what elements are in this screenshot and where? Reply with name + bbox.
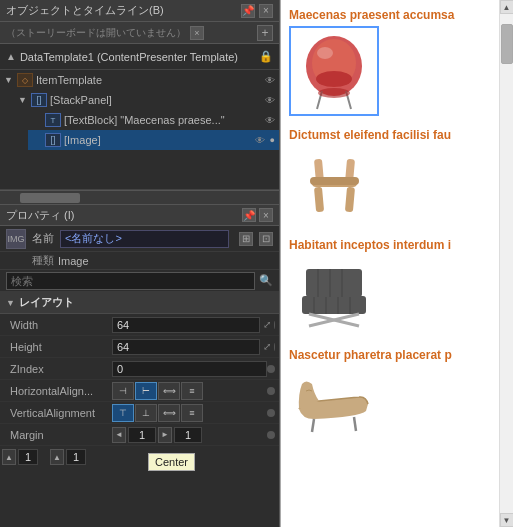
valign-dot[interactable] (267, 409, 275, 417)
tree-item-icon: [] (45, 133, 61, 147)
scroll-down-button[interactable]: ▼ (500, 513, 514, 527)
eye-icon[interactable]: 👁 (265, 75, 275, 86)
valign-stretch-button[interactable]: ≡ (181, 404, 203, 422)
margin-dot[interactable] (267, 431, 275, 439)
svg-line-24 (312, 419, 314, 432)
tree-area: ▼ ◇ ItemTemplate 👁 ▼ [] [StackPanel] 👁 T… (0, 70, 279, 190)
preview-item-1[interactable]: Maecenas praesent accumsa (289, 8, 493, 116)
eye-icon[interactable]: 👁 (255, 135, 265, 146)
tree-item-icon: T (45, 113, 61, 127)
scrollbar-track[interactable] (500, 14, 513, 513)
eye-icon[interactable]: 👁 (265, 115, 275, 126)
svg-rect-13 (302, 296, 366, 314)
stepper1-input[interactable] (18, 449, 38, 465)
tree-item-itemtemplate[interactable]: ▼ ◇ ItemTemplate 👁 (0, 70, 279, 90)
horizontal-align-row: HorizontalAlign... ⊣ ⊢ ⟺ ≡ (0, 380, 279, 402)
width-expand-icon[interactable]: ⤢ (260, 319, 274, 330)
margin-left-dec-button[interactable]: ◄ (112, 427, 126, 443)
scrollbar-thumb (20, 193, 80, 203)
pin-properties-button[interactable]: 📌 (242, 208, 256, 222)
layout-section-header[interactable]: ▼ レイアウト (0, 292, 279, 314)
height-dot[interactable] (274, 343, 275, 351)
right-panel: Maecenas praesent accumsa (280, 0, 513, 527)
align-center-button[interactable]: ⊢ (135, 382, 157, 400)
valign-top-button[interactable]: ⊤ (112, 404, 134, 422)
vertical-align-buttons: ⊤ ⊥ ⟺ ≡ (112, 404, 267, 422)
vertical-align-label: VerticalAlignment (2, 407, 112, 419)
valign-bottom-button[interactable]: ⟺ (158, 404, 180, 422)
stepper1-up-button[interactable]: ▲ (2, 449, 16, 465)
datatemplate-bar: ▲ DataTemplate1 (ContentPresenter Templa… (0, 44, 279, 70)
eye-icon[interactable]: 👁 (265, 95, 275, 106)
svg-point-5 (318, 88, 350, 98)
tree-item-image[interactable]: [] [Image] 👁 ● (28, 130, 279, 150)
preview-container[interactable]: Maecenas praesent accumsa (281, 0, 513, 527)
height-input[interactable] (112, 339, 260, 355)
preview-item-2[interactable]: Dictumst eleifend facilisi fau (289, 128, 493, 226)
chair-image-4 (289, 366, 379, 436)
scroll-up-button[interactable]: ▲ (500, 0, 514, 14)
chair-image-2 (289, 146, 379, 226)
lock-icon[interactable]: 🔒 (259, 50, 273, 63)
width-input[interactable] (112, 317, 260, 333)
search-icon: 🔍 (259, 274, 273, 287)
align-right-button[interactable]: ⟺ (158, 382, 180, 400)
selected-image-border (289, 26, 379, 116)
left-panel: オブジェクトとタイムライン(B) 📌 × （ストーリーボードは開いていません） … (0, 0, 280, 527)
margin-left-input[interactable] (128, 427, 156, 443)
valign-center-button[interactable]: ⊥ (135, 404, 157, 422)
vertical-align-row: VerticalAlignment ⊤ ⊥ ⟺ ≡ (0, 402, 279, 424)
tree-arrow-icon: ▼ (18, 95, 28, 105)
egg-chair-image (297, 31, 372, 111)
properties-title: プロパティ (I) (6, 208, 74, 223)
tree-item-label: [Image] (64, 134, 101, 146)
pin-button[interactable]: 📌 (241, 4, 255, 18)
datatemplate-text: DataTemplate1 (ContentPresenter Template… (20, 51, 238, 63)
storyboard-close-button[interactable]: × (190, 26, 204, 40)
close-panel-button[interactable]: × (259, 4, 273, 18)
plywood-chair-image (297, 149, 372, 224)
height-expand-icon[interactable]: ⤢ (260, 341, 274, 352)
align-left-button[interactable]: ⊣ (112, 382, 134, 400)
tree-item-textblock[interactable]: T [TextBlock] "Maecenas praese..." 👁 (28, 110, 279, 130)
preview-item-3[interactable]: Habitant inceptos interdum i (289, 238, 493, 336)
horizontal-scrollbar[interactable] (0, 190, 279, 204)
prop-btn-2[interactable]: ⊡ (259, 232, 273, 246)
tree-arrow-icon: ▼ (4, 75, 14, 85)
section-arrow-icon: ▼ (6, 298, 15, 308)
width-label: Width (2, 319, 112, 331)
title-bar-icons: 📌 × (241, 4, 273, 18)
tree-item-stackpanel[interactable]: ▼ [] [StackPanel] 👁 (14, 90, 279, 110)
tree-item-label: ItemTemplate (36, 74, 102, 86)
svg-line-25 (354, 417, 356, 431)
zindex-dot[interactable] (267, 365, 275, 373)
storyboard-bar: （ストーリーボードは開いていません） × + (0, 22, 279, 44)
preview-title-4: Nascetur pharetra placerat p (289, 348, 493, 362)
zindex-input[interactable] (112, 361, 267, 377)
storyboard-add-button[interactable]: + (257, 25, 273, 41)
tree-item-label: [StackPanel] (50, 94, 112, 106)
width-prop-row: Width ⤢ (0, 314, 279, 336)
name-input[interactable] (60, 230, 229, 248)
prop-btn-1[interactable]: ⊞ (239, 232, 253, 246)
zindex-label: ZIndex (2, 363, 112, 375)
type-label: 種類 (32, 253, 54, 268)
stepper2-input[interactable] (66, 449, 86, 465)
width-dot[interactable] (274, 321, 275, 329)
align-stretch-button[interactable]: ≡ (181, 382, 203, 400)
search-input[interactable] (6, 272, 255, 290)
stepper2-up-button[interactable]: ▲ (50, 449, 64, 465)
search-row: 🔍 (0, 270, 279, 292)
close-properties-button[interactable]: × (259, 208, 273, 222)
datatemplate-arrow-icon: ▲ (6, 51, 16, 62)
preview-item-4[interactable]: Nascetur pharetra placerat p (289, 348, 493, 436)
svg-rect-12 (310, 177, 359, 185)
stepper-2: ▲ (50, 449, 86, 465)
properties-header: プロパティ (I) 📌 × (0, 204, 279, 226)
horizontal-align-buttons: ⊣ ⊢ ⟺ ≡ (112, 382, 267, 400)
margin-right-input[interactable] (174, 427, 202, 443)
margin-right-inc-button[interactable]: ► (158, 427, 172, 443)
halign-dot[interactable] (267, 387, 275, 395)
barcelona-chair-image (294, 261, 374, 331)
preview-title-3: Habitant inceptos interdum i (289, 238, 493, 252)
